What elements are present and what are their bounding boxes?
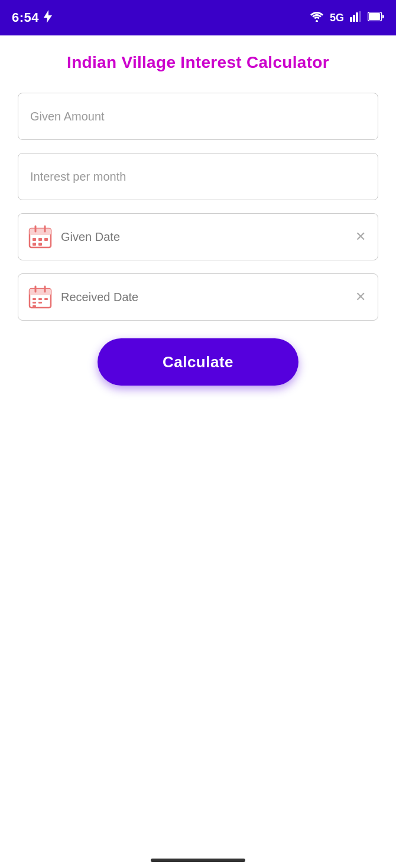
given-date-clear-icon[interactable]: ✕ [353, 227, 368, 247]
svg-rect-11 [33, 238, 36, 241]
interest-per-month-group [18, 153, 378, 200]
status-right: 5G [310, 11, 384, 24]
svg-rect-24 [38, 302, 42, 304]
svg-rect-25 [33, 305, 36, 307]
svg-rect-15 [38, 243, 42, 246]
svg-point-0 [316, 20, 318, 22]
received-date-picker[interactable]: Received Date ✕ [18, 273, 378, 321]
given-date-label: Given Date [61, 230, 353, 244]
svg-rect-17 [30, 289, 51, 295]
app-title: Indian Village Interest Calculator [18, 53, 378, 72]
svg-rect-8 [30, 229, 51, 235]
given-date-group: Given Date ✕ [18, 213, 378, 260]
svg-rect-14 [33, 243, 36, 246]
svg-rect-3 [356, 12, 358, 22]
network-label: 5G [330, 12, 344, 24]
svg-rect-22 [44, 298, 48, 300]
calendar-icon-received [28, 285, 53, 309]
svg-rect-23 [33, 302, 36, 304]
home-indicator [151, 859, 245, 862]
status-time: 6:54 [12, 10, 39, 25]
wifi-icon [310, 11, 324, 24]
calculate-button[interactable]: Calculate [98, 338, 298, 386]
battery-icon [368, 12, 384, 24]
status-bar: 6:54 5G [0, 0, 396, 35]
flash-icon [44, 10, 52, 25]
svg-rect-13 [44, 238, 48, 241]
received-date-group: Received Date ✕ [18, 273, 378, 321]
svg-rect-2 [353, 15, 355, 22]
svg-rect-6 [369, 13, 380, 20]
received-date-clear-icon[interactable]: ✕ [353, 287, 368, 307]
main-content: Indian Village Interest Calculator Given… [0, 35, 396, 868]
svg-rect-20 [33, 298, 36, 300]
svg-rect-21 [38, 298, 42, 300]
given-date-picker[interactable]: Given Date ✕ [18, 213, 378, 260]
given-amount-group [18, 93, 378, 140]
status-left: 6:54 [12, 10, 52, 25]
interest-per-month-input[interactable] [18, 153, 378, 200]
svg-rect-12 [38, 238, 42, 241]
calendar-icon-given [28, 224, 53, 249]
svg-rect-1 [350, 17, 352, 22]
given-amount-input[interactable] [18, 93, 378, 140]
svg-rect-4 [359, 11, 361, 22]
signal-icon [350, 11, 362, 24]
received-date-label: Received Date [61, 291, 353, 304]
